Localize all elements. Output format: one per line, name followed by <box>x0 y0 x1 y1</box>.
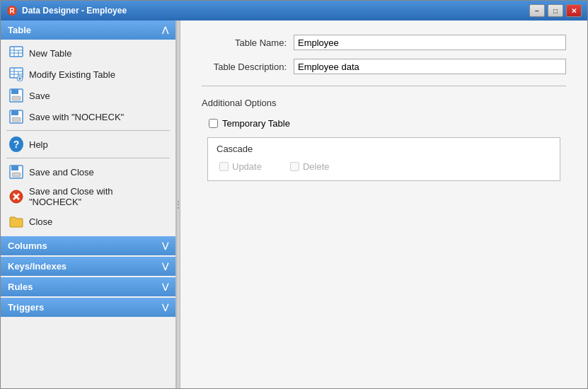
divider-1 <box>6 130 170 131</box>
sidebar-item-save[interactable]: Save <box>1 85 175 106</box>
sidebar-item-new-table-label: New Table <box>29 48 71 59</box>
close-folder-icon <box>9 214 23 228</box>
chevron-down-icon-rules: ⋁ <box>162 282 168 291</box>
sidebar-item-save-close-nocheck[interactable]: Save and Close with "NOCHECK" <box>1 182 175 211</box>
cascade-update-label: Update <box>232 161 262 172</box>
sidebar-item-save-nocheck[interactable]: Save with "NOCHECK" <box>1 106 175 127</box>
cascade-delete-label: Delete <box>303 161 330 172</box>
sidebar-item-close[interactable]: Close <box>1 211 175 232</box>
table-name-input[interactable] <box>294 35 566 50</box>
divider-2 <box>6 158 170 158</box>
sidebar-item-save-close-label: Save and Close <box>29 167 94 178</box>
svg-rect-20 <box>12 117 21 122</box>
window-controls: − □ ✕ <box>529 4 582 17</box>
table-description-row: Table Description: <box>202 59 566 74</box>
cascade-update-item: Update <box>219 161 262 172</box>
chevron-down-icon-keys: ⋁ <box>162 262 168 271</box>
new-table-icon <box>9 46 23 60</box>
sidebar-item-save-nocheck-label: Save with "NOCHECK" <box>29 112 124 122</box>
sidebar-section-table[interactable]: Table ⋀ <box>1 21 175 40</box>
section-divider <box>202 86 566 86</box>
sidebar-item-modify-label: Modify Existing Table <box>29 69 115 80</box>
titlebar: R Data Designer - Employee − □ ✕ <box>1 1 587 21</box>
sidebar-item-save-close-nocheck-label: Save and Close with "NOCHECK" <box>29 186 167 207</box>
columns-label: Columns <box>8 240 47 251</box>
sidebar-item-modify[interactable]: Modify Existing Table <box>1 64 175 85</box>
cascade-delete-checkbox[interactable] <box>290 162 299 171</box>
main-window: R Data Designer - Employee − □ ✕ Table ⋀ <box>0 0 588 389</box>
sidebar-section-triggers[interactable]: Triggers ⋁ <box>1 298 175 317</box>
sidebar-item-close-label: Close <box>29 216 52 227</box>
sidebar-item-new-table[interactable]: New Table <box>1 42 175 64</box>
svg-rect-19 <box>11 110 18 115</box>
svg-text:R: R <box>9 7 15 15</box>
save-close-icon <box>9 165 23 179</box>
svg-rect-17 <box>12 96 21 100</box>
minimize-button[interactable]: − <box>529 4 545 17</box>
svg-rect-2 <box>10 47 23 57</box>
svg-rect-22 <box>11 166 18 170</box>
sidebar-section-keys[interactable]: Keys/Indexes ⋁ <box>1 257 175 276</box>
table-description-input[interactable] <box>294 59 566 74</box>
sidebar-item-help-label: Help <box>29 139 48 150</box>
cascade-label: Cascade <box>217 144 551 154</box>
triggers-label: Triggers <box>8 302 44 313</box>
save-close-nocheck-icon <box>9 190 23 204</box>
sidebar-section-table-label: Table <box>8 25 31 35</box>
table-name-label: Table Name: <box>202 37 294 48</box>
sidebar: Table ⋀ New Table <box>1 21 176 388</box>
app-icon: R <box>6 5 18 16</box>
svg-rect-23 <box>12 173 21 177</box>
modify-icon <box>9 67 23 81</box>
chevron-down-icon-triggers: ⋁ <box>162 303 168 312</box>
rules-label: Rules <box>8 281 33 292</box>
sidebar-item-save-close[interactable]: Save and Close <box>1 161 175 182</box>
content-area: Table ⋀ New Table <box>1 21 587 388</box>
chevron-up-icon: ⋀ <box>162 25 168 35</box>
close-button[interactable]: ✕ <box>566 4 582 17</box>
sidebar-table-items: New Table <box>1 40 175 235</box>
sidebar-item-save-label: Save <box>29 91 50 101</box>
sidebar-item-help[interactable]: ? Help <box>1 134 175 155</box>
table-description-label: Table Description: <box>202 62 294 72</box>
cascade-box: Cascade Update Delete <box>207 137 560 181</box>
sidebar-section-columns[interactable]: Columns ⋁ <box>1 236 175 255</box>
additional-options-section: Additional Options Temporary Table Casca… <box>202 98 566 181</box>
cascade-delete-item: Delete <box>290 161 330 172</box>
main-panel: Table Name: Table Description: Additiona… <box>180 21 587 388</box>
save-icon <box>9 88 23 103</box>
help-icon: ? <box>9 137 23 151</box>
additional-options-label: Additional Options <box>202 98 566 108</box>
keys-label: Keys/Indexes <box>8 261 67 272</box>
temporary-table-label: Temporary Table <box>222 118 290 129</box>
temporary-table-row: Temporary Table <box>202 115 566 132</box>
sidebar-section-rules[interactable]: Rules ⋁ <box>1 277 175 296</box>
save-nocheck-icon <box>9 110 23 124</box>
maximize-button[interactable]: □ <box>548 4 563 17</box>
temporary-table-checkbox[interactable] <box>209 119 218 128</box>
table-name-row: Table Name: <box>202 35 566 50</box>
window-title: Data Designer - Employee <box>22 6 529 16</box>
chevron-down-icon-columns: ⋁ <box>162 241 168 250</box>
cascade-update-checkbox[interactable] <box>219 162 229 171</box>
svg-rect-16 <box>11 89 18 94</box>
cascade-checkboxes: Update Delete <box>217 158 551 175</box>
